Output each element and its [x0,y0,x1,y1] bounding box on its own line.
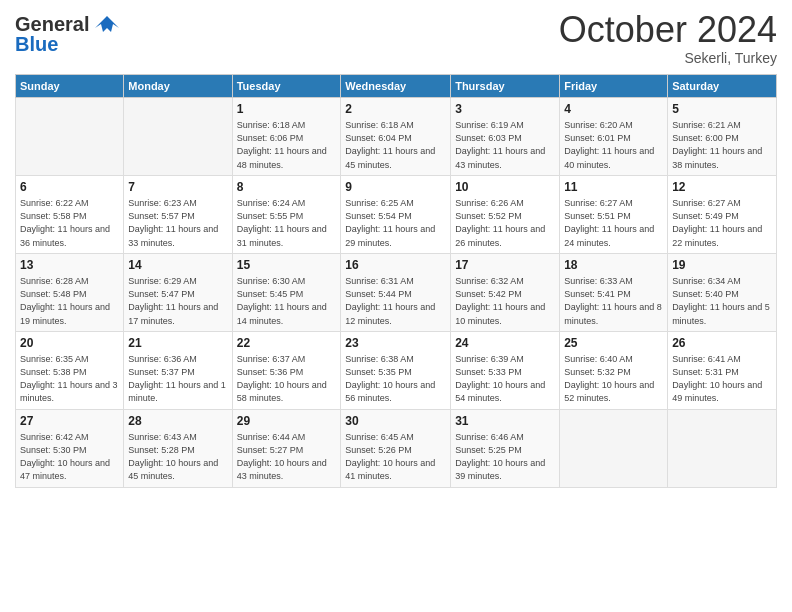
day-number: 21 [128,335,227,352]
day-number: 14 [128,257,227,274]
day-info: Sunrise: 6:36 AM Sunset: 5:37 PM Dayligh… [128,353,227,405]
day-info: Sunrise: 6:29 AM Sunset: 5:47 PM Dayligh… [128,275,227,327]
calendar-cell: 28Sunrise: 6:43 AM Sunset: 5:28 PM Dayli… [124,409,232,487]
col-monday: Monday [124,74,232,97]
day-info: Sunrise: 6:21 AM Sunset: 6:00 PM Dayligh… [672,119,772,171]
day-info: Sunrise: 6:25 AM Sunset: 5:54 PM Dayligh… [345,197,446,249]
calendar-week-row: 6Sunrise: 6:22 AM Sunset: 5:58 PM Daylig… [16,175,777,253]
day-number: 3 [455,101,555,118]
day-number: 1 [237,101,337,118]
calendar-cell: 6Sunrise: 6:22 AM Sunset: 5:58 PM Daylig… [16,175,124,253]
day-number: 29 [237,413,337,430]
calendar-header-row: Sunday Monday Tuesday Wednesday Thursday… [16,74,777,97]
day-number: 12 [672,179,772,196]
calendar-cell: 2Sunrise: 6:18 AM Sunset: 6:04 PM Daylig… [341,97,451,175]
calendar-cell: 3Sunrise: 6:19 AM Sunset: 6:03 PM Daylig… [451,97,560,175]
col-tuesday: Tuesday [232,74,341,97]
calendar-cell [668,409,777,487]
calendar-cell: 25Sunrise: 6:40 AM Sunset: 5:32 PM Dayli… [560,331,668,409]
calendar-cell: 26Sunrise: 6:41 AM Sunset: 5:31 PM Dayli… [668,331,777,409]
logo-blue: Blue [15,33,58,55]
day-info: Sunrise: 6:38 AM Sunset: 5:35 PM Dayligh… [345,353,446,405]
day-number: 5 [672,101,772,118]
day-info: Sunrise: 6:18 AM Sunset: 6:06 PM Dayligh… [237,119,337,171]
page: General Blue October 2024 Sekerli, Turke… [0,0,792,612]
day-info: Sunrise: 6:33 AM Sunset: 5:41 PM Dayligh… [564,275,663,327]
calendar-week-row: 20Sunrise: 6:35 AM Sunset: 5:38 PM Dayli… [16,331,777,409]
day-info: Sunrise: 6:27 AM Sunset: 5:51 PM Dayligh… [564,197,663,249]
calendar-cell: 9Sunrise: 6:25 AM Sunset: 5:54 PM Daylig… [341,175,451,253]
calendar-cell: 13Sunrise: 6:28 AM Sunset: 5:48 PM Dayli… [16,253,124,331]
calendar-cell: 24Sunrise: 6:39 AM Sunset: 5:33 PM Dayli… [451,331,560,409]
calendar-cell [560,409,668,487]
col-friday: Friday [560,74,668,97]
day-info: Sunrise: 6:39 AM Sunset: 5:33 PM Dayligh… [455,353,555,405]
col-wednesday: Wednesday [341,74,451,97]
day-number: 22 [237,335,337,352]
day-number: 16 [345,257,446,274]
calendar-cell: 31Sunrise: 6:46 AM Sunset: 5:25 PM Dayli… [451,409,560,487]
day-number: 27 [20,413,119,430]
day-number: 17 [455,257,555,274]
day-info: Sunrise: 6:41 AM Sunset: 5:31 PM Dayligh… [672,353,772,405]
day-info: Sunrise: 6:37 AM Sunset: 5:36 PM Dayligh… [237,353,337,405]
calendar-cell: 16Sunrise: 6:31 AM Sunset: 5:44 PM Dayli… [341,253,451,331]
logo-bird-icon [93,14,121,46]
calendar-cell: 10Sunrise: 6:26 AM Sunset: 5:52 PM Dayli… [451,175,560,253]
day-info: Sunrise: 6:28 AM Sunset: 5:48 PM Dayligh… [20,275,119,327]
day-number: 25 [564,335,663,352]
day-number: 15 [237,257,337,274]
logo: General Blue [15,10,121,54]
day-number: 19 [672,257,772,274]
day-info: Sunrise: 6:44 AM Sunset: 5:27 PM Dayligh… [237,431,337,483]
svg-marker-0 [95,16,119,32]
day-info: Sunrise: 6:45 AM Sunset: 5:26 PM Dayligh… [345,431,446,483]
day-info: Sunrise: 6:22 AM Sunset: 5:58 PM Dayligh… [20,197,119,249]
day-number: 24 [455,335,555,352]
day-info: Sunrise: 6:24 AM Sunset: 5:55 PM Dayligh… [237,197,337,249]
day-info: Sunrise: 6:31 AM Sunset: 5:44 PM Dayligh… [345,275,446,327]
month-title: October 2024 [559,10,777,50]
day-number: 6 [20,179,119,196]
day-info: Sunrise: 6:27 AM Sunset: 5:49 PM Dayligh… [672,197,772,249]
col-thursday: Thursday [451,74,560,97]
day-number: 18 [564,257,663,274]
day-number: 28 [128,413,227,430]
col-saturday: Saturday [668,74,777,97]
day-number: 8 [237,179,337,196]
calendar-cell: 14Sunrise: 6:29 AM Sunset: 5:47 PM Dayli… [124,253,232,331]
calendar-week-row: 1Sunrise: 6:18 AM Sunset: 6:06 PM Daylig… [16,97,777,175]
calendar-cell: 29Sunrise: 6:44 AM Sunset: 5:27 PM Dayli… [232,409,341,487]
col-sunday: Sunday [16,74,124,97]
day-number: 26 [672,335,772,352]
calendar-cell: 8Sunrise: 6:24 AM Sunset: 5:55 PM Daylig… [232,175,341,253]
day-info: Sunrise: 6:30 AM Sunset: 5:45 PM Dayligh… [237,275,337,327]
day-info: Sunrise: 6:20 AM Sunset: 6:01 PM Dayligh… [564,119,663,171]
calendar-cell: 20Sunrise: 6:35 AM Sunset: 5:38 PM Dayli… [16,331,124,409]
calendar-cell: 22Sunrise: 6:37 AM Sunset: 5:36 PM Dayli… [232,331,341,409]
day-number: 7 [128,179,227,196]
calendar-cell [16,97,124,175]
day-info: Sunrise: 6:42 AM Sunset: 5:30 PM Dayligh… [20,431,119,483]
day-info: Sunrise: 6:40 AM Sunset: 5:32 PM Dayligh… [564,353,663,405]
day-info: Sunrise: 6:19 AM Sunset: 6:03 PM Dayligh… [455,119,555,171]
title-area: October 2024 Sekerli, Turkey [559,10,777,66]
day-info: Sunrise: 6:32 AM Sunset: 5:42 PM Dayligh… [455,275,555,327]
day-info: Sunrise: 6:43 AM Sunset: 5:28 PM Dayligh… [128,431,227,483]
day-number: 11 [564,179,663,196]
day-info: Sunrise: 6:26 AM Sunset: 5:52 PM Dayligh… [455,197,555,249]
day-info: Sunrise: 6:46 AM Sunset: 5:25 PM Dayligh… [455,431,555,483]
calendar-cell: 11Sunrise: 6:27 AM Sunset: 5:51 PM Dayli… [560,175,668,253]
day-number: 23 [345,335,446,352]
day-number: 30 [345,413,446,430]
day-number: 31 [455,413,555,430]
day-number: 20 [20,335,119,352]
calendar-cell: 1Sunrise: 6:18 AM Sunset: 6:06 PM Daylig… [232,97,341,175]
day-info: Sunrise: 6:34 AM Sunset: 5:40 PM Dayligh… [672,275,772,327]
location-subtitle: Sekerli, Turkey [559,50,777,66]
calendar-cell: 7Sunrise: 6:23 AM Sunset: 5:57 PM Daylig… [124,175,232,253]
header: General Blue October 2024 Sekerli, Turke… [15,10,777,66]
calendar-week-row: 27Sunrise: 6:42 AM Sunset: 5:30 PM Dayli… [16,409,777,487]
calendar-cell: 30Sunrise: 6:45 AM Sunset: 5:26 PM Dayli… [341,409,451,487]
calendar-table: Sunday Monday Tuesday Wednesday Thursday… [15,74,777,488]
